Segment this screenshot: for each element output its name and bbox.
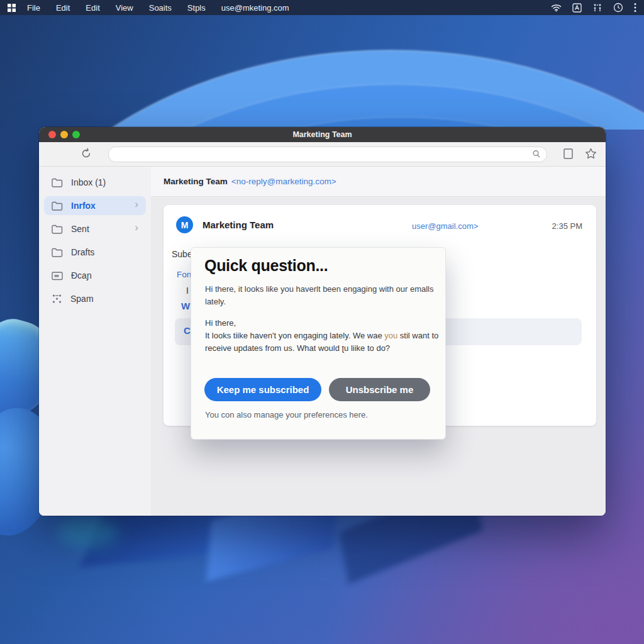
menu-item-file[interactable]: File bbox=[27, 3, 40, 13]
dialog-footer: You con also manage your preferences her… bbox=[205, 410, 368, 419]
chevron-right-icon: › bbox=[135, 198, 138, 211]
input-box-icon[interactable] bbox=[572, 3, 582, 13]
folder-archive-icon bbox=[52, 271, 63, 280]
bookmark-icon[interactable] bbox=[564, 148, 573, 162]
titlebar[interactable]: Marketing Team bbox=[39, 127, 606, 142]
thread-sender-email[interactable]: <no-reply@marketing.com> bbox=[231, 177, 336, 186]
thread-sender-name: Marketing Team bbox=[164, 177, 228, 186]
wallpaper-fold bbox=[58, 517, 118, 547]
dialog-buttons: Keep me subscribed Unsbscribe me bbox=[204, 378, 430, 401]
menu-item-account[interactable]: use@mketing.com bbox=[221, 3, 289, 13]
menu-item-view[interactable]: View bbox=[116, 3, 133, 13]
text-fragment: I bbox=[186, 286, 189, 296]
dialog-title: Quick question... bbox=[204, 257, 328, 275]
refresh-icon[interactable] bbox=[80, 148, 92, 162]
chevron-right-icon: › bbox=[135, 221, 138, 234]
mail-window: Marketing Team Inbox (1) bbox=[39, 127, 606, 516]
wifi-icon[interactable] bbox=[551, 4, 562, 12]
window-title: Marketing Team bbox=[39, 130, 606, 139]
share-users-icon[interactable] bbox=[592, 3, 602, 12]
sidebar-item-dcan[interactable]: Ɖcaɲ bbox=[44, 266, 146, 285]
sidebar: Inbox (1) Inrfox › Sent › Drafts bbox=[39, 167, 152, 516]
menu-item-edit[interactable]: Edit bbox=[56, 3, 70, 13]
close-button[interactable] bbox=[48, 131, 56, 138]
spam-icon bbox=[52, 294, 62, 304]
sidebar-item-label: Sent bbox=[71, 224, 89, 234]
clock-icon[interactable] bbox=[613, 3, 623, 13]
folder-icon bbox=[52, 248, 63, 257]
menu-item-stpls[interactable]: Stpls bbox=[187, 3, 206, 13]
message-sender: Marketing Team bbox=[203, 219, 274, 230]
sidebar-item-label: Ɖcaɲ bbox=[71, 270, 92, 280]
sidebar-item-inbox-unread[interactable]: Inbox (1) bbox=[44, 173, 146, 192]
menu-bar: File Edit Edit View Soaits Stpls use@mke… bbox=[0, 0, 644, 15]
message-time: 2:35 PM bbox=[552, 221, 582, 231]
folder-icon bbox=[52, 225, 63, 234]
sidebar-item-inrfox[interactable]: Inrfox › bbox=[44, 196, 146, 215]
folder-icon bbox=[52, 201, 63, 211]
dialog-intro: Hi there, it looks liƙe you haverlt been… bbox=[205, 283, 434, 308]
menu-item-soaits[interactable]: Soaits bbox=[149, 3, 172, 13]
desktop: File Edit Edit View Soaits Stpls use@mke… bbox=[0, 0, 644, 644]
dialog-body-highlight: you bbox=[384, 331, 397, 340]
unsubscribe-button[interactable]: Unsbscribe me bbox=[329, 378, 430, 401]
address-bar[interactable] bbox=[108, 147, 547, 162]
apps-grid-icon[interactable] bbox=[8, 4, 16, 12]
message-recipient-link[interactable]: user@gmail.com> bbox=[412, 221, 478, 231]
thread-header: Marketing Team <no-reply@marketing.com> bbox=[151, 167, 606, 197]
zoom-button[interactable] bbox=[72, 131, 80, 138]
sidebar-item-label: Inrfox bbox=[71, 201, 96, 211]
search-icon[interactable] bbox=[532, 150, 541, 158]
dialog-body-text: It looks tiike haven't yon engaging late… bbox=[205, 331, 384, 340]
sidebar-item-drafts[interactable]: Drafts bbox=[44, 243, 146, 262]
dialog-body: Hi there, It looks tiike haven't yon eng… bbox=[205, 317, 439, 355]
text-fragment: C bbox=[184, 325, 191, 336]
text-fragment: Fon bbox=[177, 270, 191, 279]
more-vert-icon[interactable] bbox=[634, 3, 636, 13]
folder-icon bbox=[52, 178, 63, 187]
avatar: M bbox=[176, 216, 193, 233]
subject-fragment: Sube bbox=[172, 249, 192, 259]
sidebar-item-sent[interactable]: Sent › bbox=[44, 219, 146, 238]
menu-item-edit2[interactable]: Edit bbox=[86, 3, 99, 13]
text-fragment: W bbox=[181, 301, 190, 311]
sidebar-item-label: Drafts bbox=[71, 247, 94, 257]
dialog-greeting: Hi there, bbox=[205, 318, 236, 328]
sidebar-item-spam[interactable]: Spam bbox=[44, 289, 146, 308]
minimize-button[interactable] bbox=[60, 131, 68, 138]
sidebar-item-label: Inbox (1) bbox=[71, 177, 106, 187]
star-icon[interactable] bbox=[585, 148, 597, 162]
sidebar-item-label: Spam bbox=[70, 294, 94, 304]
keep-subscribed-button[interactable]: Keep me subscribed bbox=[204, 378, 321, 401]
toolbar bbox=[39, 142, 606, 167]
engagement-dialog: Quick question... Hi there, it looks liƙ… bbox=[191, 247, 446, 440]
